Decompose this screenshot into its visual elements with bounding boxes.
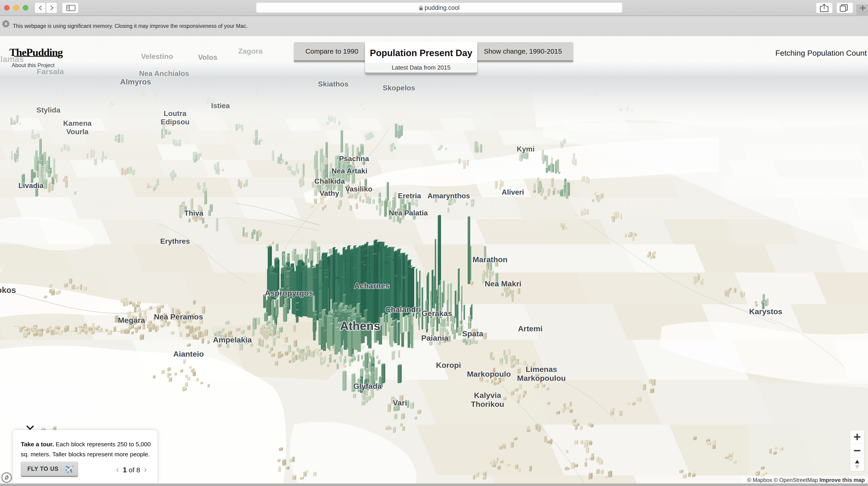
svg-text:Istiea: Istiea xyxy=(211,101,230,110)
svg-text:Volos: Volos xyxy=(198,53,218,61)
svg-text:Eretria: Eretria xyxy=(398,192,421,200)
svg-text:Spata: Spata xyxy=(462,329,484,338)
svg-text:Markopoulo: Markopoulo xyxy=(467,369,511,378)
svg-text:Ampelakia: Ampelakia xyxy=(213,335,252,344)
svg-text:Velestino: Velestino xyxy=(141,52,173,61)
svg-text:Psachna: Psachna xyxy=(339,155,369,163)
svg-text:Skiathos: Skiathos xyxy=(318,80,348,88)
svg-text:okos: okos xyxy=(0,286,16,295)
svg-text:Kymi: Kymi xyxy=(517,145,534,153)
svg-text:LoutraEdipsou: LoutraEdipsou xyxy=(161,109,189,126)
svg-text:KalyviaThorikou: KalyviaThorikou xyxy=(471,391,504,409)
svg-text:Artemi: Artemi xyxy=(518,324,542,333)
svg-text:Amarynthos: Amarynthos xyxy=(428,192,470,200)
svg-text:Vari: Vari xyxy=(393,398,407,407)
svg-text:Livadia: Livadia xyxy=(19,182,43,190)
svg-text:Nea Makri: Nea Makri xyxy=(485,279,522,288)
svg-text:Chalkida: Chalkida xyxy=(314,177,345,185)
svg-text:Stylida: Stylida xyxy=(36,106,61,114)
svg-text:Skopelos: Skopelos xyxy=(383,84,415,92)
svg-text:Thiva: Thiva xyxy=(184,209,204,217)
svg-text:Aianteio: Aianteio xyxy=(173,350,204,358)
svg-text:Almyros: Almyros xyxy=(120,77,151,86)
svg-text:Koropi: Koropi xyxy=(436,361,461,369)
svg-text:Marathon: Marathon xyxy=(473,255,507,264)
svg-text:Nea Peramos: Nea Peramos xyxy=(154,312,203,321)
svg-text:Erythres: Erythres xyxy=(160,237,190,245)
svg-text:Aspropyrgos: Aspropyrgos xyxy=(265,289,313,297)
svg-text:Glyfada: Glyfada xyxy=(353,382,382,390)
svg-text:Paiania: Paiania xyxy=(421,333,448,342)
svg-text:Acharnes: Acharnes xyxy=(354,281,390,290)
svg-text:Nea Artaki: Nea Artaki xyxy=(332,167,367,175)
svg-text:Nea Palatia: Nea Palatia xyxy=(389,209,428,217)
svg-text:Chalandri: Chalandri xyxy=(385,305,421,314)
svg-text:Aliveri: Aliveri xyxy=(502,188,524,196)
svg-text:Vasiliko: Vasiliko xyxy=(345,185,372,193)
svg-text:Zagora: Zagora xyxy=(238,47,263,55)
svg-text:KamenaVourla: KamenaVourla xyxy=(63,119,92,136)
svg-text:Gerakas: Gerakas xyxy=(422,309,452,318)
svg-text:Karystos: Karystos xyxy=(749,307,782,316)
svg-text:Megara: Megara xyxy=(118,316,145,324)
svg-text:Nea Anchialos: Nea Anchialos xyxy=(139,69,189,77)
svg-text:Vathy: Vathy xyxy=(319,189,339,197)
svg-text:Athens: Athens xyxy=(340,319,380,332)
